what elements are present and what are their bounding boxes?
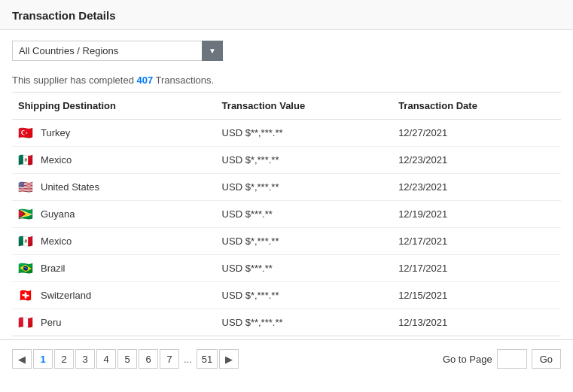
- cell-date-3: 12/19/2021: [392, 201, 561, 228]
- cell-value-1: USD $*,***.**: [216, 147, 393, 174]
- cell-country-5: 🇧🇷 Brazil: [12, 255, 216, 282]
- page-last-button[interactable]: 51: [197, 349, 218, 369]
- cell-value-7: USD $**,***.**: [216, 309, 393, 336]
- cell-value-0: USD $**,***.**: [216, 120, 393, 147]
- table-row: 🇵🇪 Peru USD $**,***.** 12/13/2021: [12, 309, 561, 336]
- page-2-button[interactable]: 2: [54, 349, 74, 369]
- cell-date-1: 12/23/2021: [392, 147, 561, 174]
- cell-country-2: 🇺🇸 United States: [12, 174, 216, 201]
- summary-prefix: This supplier has completed: [12, 74, 136, 86]
- flag-icon-mexico: 🇲🇽: [18, 154, 35, 166]
- page-1-button[interactable]: 1: [33, 349, 53, 369]
- transactions-table: Shipping Destination Transaction Value T…: [12, 92, 561, 336]
- country-name-3: Guyana: [41, 208, 75, 220]
- table-row: 🇨🇭 Switzerland USD $*,***.** 12/15/2021: [12, 282, 561, 309]
- page-5-button[interactable]: 5: [117, 349, 137, 369]
- cell-date-0: 12/27/2021: [392, 120, 561, 147]
- header-section: Transaction Details: [0, 0, 573, 30]
- prev-page-button[interactable]: ◀: [12, 349, 32, 369]
- cell-country-4: 🇲🇽 Mexico: [12, 228, 216, 255]
- page-6-button[interactable]: 6: [139, 349, 158, 369]
- cell-value-4: USD $*,***.**: [216, 228, 393, 255]
- col-transaction-value: Transaction Value: [216, 93, 393, 120]
- pagination-section: ◀ 1 2 3 4 5 6 7 ... 51 ▶ Go to Page Go: [0, 339, 573, 378]
- pagination-ellipsis: ...: [181, 354, 195, 365]
- country-name-5: Brazil: [41, 263, 66, 274]
- cell-date-5: 12/17/2021: [392, 255, 561, 282]
- table-row: 🇧🇷 Brazil USD $***.** 12/17/2021: [12, 255, 561, 282]
- flag-icon-usa: 🇺🇸: [18, 181, 35, 193]
- filter-section: All Countries / Regions United States Me…: [0, 30, 573, 74]
- summary-suffix: Transactions.: [153, 74, 214, 86]
- page-container: Transaction Details All Countries / Regi…: [0, 0, 573, 378]
- country-name-1: Mexico: [41, 154, 72, 166]
- flag-icon-switzerland: 🇨🇭: [18, 290, 35, 301]
- country-name-0: Turkey: [41, 127, 70, 138]
- cell-value-2: USD $*,***.**: [216, 174, 393, 201]
- country-name-2: United States: [41, 181, 99, 193]
- cell-value-5: USD $***.**: [216, 255, 393, 282]
- transaction-count: This supplier has completed 407 Transact…: [0, 74, 573, 92]
- pagination-right: Go to Page Go: [443, 349, 561, 369]
- go-to-page-input[interactable]: [497, 349, 527, 369]
- cell-country-3: 🇬🇾 Guyana: [12, 201, 216, 228]
- cell-value-3: USD $***.**: [216, 201, 393, 228]
- cell-date-4: 12/17/2021: [392, 228, 561, 255]
- go-button[interactable]: Go: [532, 349, 561, 369]
- flag-icon-turkey: 🇹🇷: [18, 127, 35, 138]
- go-to-label: Go to Page: [443, 354, 492, 365]
- col-transaction-date: Transaction Date: [392, 93, 561, 120]
- page-3-button[interactable]: 3: [75, 349, 95, 369]
- next-page-button[interactable]: ▶: [219, 349, 239, 369]
- flag-icon-guyana: 🇬🇾: [18, 208, 35, 220]
- transaction-count-value: 407: [136, 74, 153, 86]
- page-title: Transaction Details: [12, 9, 116, 22]
- cell-country-0: 🇹🇷 Turkey: [12, 120, 216, 147]
- country-name-4: Mexico: [41, 236, 72, 247]
- table-row: 🇲🇽 Mexico USD $*,***.** 12/23/2021: [12, 147, 561, 174]
- country-region-select[interactable]: All Countries / Regions United States Me…: [12, 41, 223, 61]
- cell-date-6: 12/15/2021: [392, 282, 561, 309]
- flag-icon-peru: 🇵🇪: [18, 317, 35, 328]
- country-name-6: Switzerland: [41, 290, 91, 301]
- dropdown-container: All Countries / Regions United States Me…: [12, 41, 561, 61]
- table-row: 🇹🇷 Turkey USD $**,***.** 12/27/2021: [12, 120, 561, 147]
- table-row: 🇲🇽 Mexico USD $*,***.** 12/17/2021: [12, 228, 561, 255]
- page-7-button[interactable]: 7: [160, 349, 179, 369]
- cell-country-6: 🇨🇭 Switzerland: [12, 282, 216, 309]
- page-4-button[interactable]: 4: [96, 349, 116, 369]
- table-section: Shipping Destination Transaction Value T…: [0, 92, 573, 336]
- cell-country-1: 🇲🇽 Mexico: [12, 147, 216, 174]
- cell-date-7: 12/13/2021: [392, 309, 561, 336]
- pagination-left: ◀ 1 2 3 4 5 6 7 ... 51 ▶: [12, 349, 239, 369]
- flag-icon-brazil: 🇧🇷: [18, 263, 35, 274]
- cell-country-7: 🇵🇪 Peru: [12, 309, 216, 336]
- col-shipping-destination: Shipping Destination: [12, 93, 216, 120]
- cell-date-2: 12/23/2021: [392, 174, 561, 201]
- country-name-7: Peru: [41, 317, 61, 328]
- table-row: 🇬🇾 Guyana USD $***.** 12/19/2021: [12, 201, 561, 228]
- table-header-row: Shipping Destination Transaction Value T…: [12, 93, 561, 120]
- cell-value-6: USD $*,***.**: [216, 282, 393, 309]
- table-row: 🇺🇸 United States USD $*,***.** 12/23/202…: [12, 174, 561, 201]
- country-dropdown-wrapper: All Countries / Regions United States Me…: [12, 41, 223, 61]
- flag-icon-mexico: 🇲🇽: [18, 236, 35, 247]
